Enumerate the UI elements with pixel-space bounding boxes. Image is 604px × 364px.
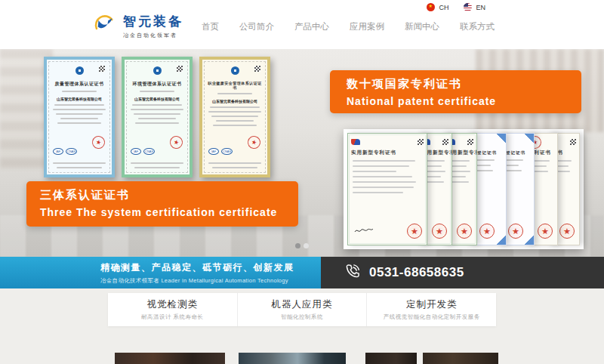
banner-title: 数十项国家专利证书 — [347, 77, 581, 91]
certificate-group: 质量管理体系认证证书 山东智元装备科技有限公司 IAF CNAS 环境管理体系认… — [44, 57, 270, 177]
lang-en-label: EN — [476, 4, 485, 11]
patent-certificates-card: 实用新型专利证书 实用新型专利证书 — [344, 129, 584, 249]
category-desc: 产线视觉智能化自动化定制开发服务 — [367, 313, 496, 321]
banner-subtitle: Three The system certification certifica… — [40, 206, 298, 218]
slogan-text: 精确测量、产品稳定、砥节砺行、创新发展 — [100, 261, 321, 274]
subslogan-text: 冶金自动化技术领军者 Leader in Metallurgical Autom… — [100, 277, 321, 285]
carousel-dot-2[interactable] — [304, 243, 309, 248]
cnas-badge: CNAS — [221, 148, 233, 155]
qr-code-icon — [418, 139, 424, 145]
slogan-panel: 精确测量、产品稳定、砥节砺行、创新发展 冶金自动化技术领军者 Leader in… — [0, 257, 321, 288]
banner-subtitle: National patent certificate — [347, 95, 581, 107]
category-desc: 耐高温设计 系统寿命长 — [108, 313, 237, 321]
carousel-dot-1[interactable] — [295, 243, 300, 248]
logo-tagline: 冶金自动化领军者 — [123, 32, 183, 39]
emblem-icon — [231, 66, 239, 75]
certificate-company: 山东智元装备科技有限公司 — [51, 97, 107, 101]
red-seal-icon — [559, 224, 575, 239]
category-title: 视觉检测类 — [108, 298, 237, 311]
header: 智元装备 冶金自动化领军者 CH EN 首页 公司简介 产品中心 应用案例 新闻… — [0, 0, 604, 49]
certificate-title: 质量管理体系认证证书 — [51, 81, 107, 88]
iaf-badge: IAF — [131, 148, 141, 155]
page: 智元装备 冶金自动化领军者 CH EN 首页 公司简介 产品中心 应用案例 新闻… — [0, 0, 604, 364]
signature — [354, 224, 374, 237]
nav-item-news[interactable]: 新闻中心 — [405, 21, 439, 32]
category-desc: 智能化控制系统 — [238, 313, 367, 321]
hero-slider: 质量管理体系认证证书 山东智元装备科技有限公司 IAF CNAS 环境管理体系认… — [0, 49, 604, 257]
category-strip: 视觉检测类 耐高温设计 系统寿命长 机器人应用类 智能化控制系统 定制开发类 产… — [108, 293, 496, 326]
qr-code-icon — [177, 66, 183, 72]
lang-ch[interactable]: CH — [427, 3, 448, 11]
emblem-icon — [76, 66, 84, 75]
category-title: 机器人应用类 — [238, 298, 367, 311]
product-photo — [115, 353, 225, 364]
lang-en[interactable]: EN — [464, 3, 485, 11]
qr-code-icon — [467, 139, 473, 145]
red-seal-icon — [457, 224, 472, 239]
accreditation-badges: IAF CNAS — [53, 148, 77, 155]
patent-certificate: 实用新型专利证书 — [347, 133, 427, 245]
phone-number: 0531-68658635 — [369, 265, 464, 280]
category-title: 定制开发类 — [367, 298, 496, 311]
china-flag-icon — [427, 3, 435, 11]
emblem-icon — [153, 66, 162, 75]
red-star-seal-icon — [479, 224, 495, 239]
main-nav: 首页 公司简介 产品中心 应用案例 新闻中心 联系方式 — [202, 21, 495, 32]
logo[interactable]: 智元装备 冶金自动化领军者 — [92, 11, 183, 40]
certificate-company: 山东智元装备科技有限公司 — [207, 99, 263, 103]
product-photo — [365, 353, 417, 364]
patent-title: 实用新型专利证书 — [351, 150, 424, 156]
red-seal-icon — [538, 224, 553, 239]
product-photo — [423, 353, 498, 364]
nav-item-home[interactable]: 首页 — [202, 21, 219, 32]
red-seal-icon — [407, 224, 422, 239]
iaf-badge: IAF — [53, 148, 63, 155]
certificate-title: 环境管理体系认证证书 — [129, 81, 185, 88]
accreditation-badges: IAF CNAS — [208, 148, 233, 155]
red-star-seal-icon — [508, 224, 523, 239]
carousel-dots — [295, 243, 309, 248]
nav-item-contact[interactable]: 联系方式 — [460, 21, 495, 32]
nav-item-products[interactable]: 产品中心 — [294, 21, 329, 32]
qr-code-icon — [99, 66, 105, 72]
language-switcher: CH EN — [427, 3, 485, 11]
banner-national-patent: 数十项国家专利证书 National patent certificate — [330, 70, 581, 113]
red-seal-icon — [168, 134, 183, 150]
banner-system-certification: 三体系认证证书 Three The system certification c… — [26, 181, 298, 227]
lang-ch-label: CH — [439, 4, 448, 11]
certificate-quality: 质量管理体系认证证书 山东智元装备科技有限公司 IAF CNAS — [44, 57, 115, 177]
accreditation-badges: IAF CNAS — [131, 148, 155, 155]
product-photo — [239, 353, 346, 364]
certificate-company: 山东智元装备科技有限公司 — [129, 97, 185, 101]
category-custom[interactable]: 定制开发类 产线视觉智能化自动化定制开发服务 — [366, 293, 496, 326]
nav-item-cases[interactable]: 应用案例 — [350, 21, 384, 32]
nav-item-about[interactable]: 公司简介 — [239, 21, 274, 32]
qr-code-icon — [254, 66, 260, 72]
logo-title: 智元装备 — [123, 13, 183, 30]
qr-code-icon — [570, 139, 576, 145]
category-vision[interactable]: 视觉检测类 耐高温设计 系统寿命长 — [108, 293, 237, 326]
certificate-title: 职业健康安全管理体系认证证书 — [207, 81, 263, 90]
red-seal-icon — [432, 224, 447, 239]
logo-bird-icon — [92, 11, 118, 40]
red-seal-icon — [91, 134, 106, 150]
us-flag-icon — [464, 3, 472, 11]
certificate-safety: 职业健康安全管理体系认证证书 山东智元装备科技有限公司 IAF CNAS — [199, 57, 270, 177]
cnas-badge: CNAS — [143, 148, 155, 155]
cnas-badge: CNAS — [66, 148, 77, 155]
info-bar: 精确测量、产品稳定、砥节砺行、创新发展 冶金自动化技术领军者 Leader in… — [0, 257, 604, 288]
cnipa-logo-icon — [351, 139, 360, 145]
banner-title: 三体系认证证书 — [40, 188, 298, 202]
qr-code-icon — [442, 139, 448, 145]
iaf-badge: IAF — [208, 148, 219, 155]
certificate-environment: 环境管理体系认证证书 山东智元装备科技有限公司 IAF CNAS — [122, 57, 193, 177]
category-robot[interactable]: 机器人应用类 智能化控制系统 — [237, 293, 367, 326]
phone-panel: 0531-68658635 — [321, 257, 604, 288]
phone-icon — [344, 263, 361, 283]
logo-text: 智元装备 冶金自动化领军者 — [123, 13, 183, 39]
red-seal-icon — [246, 134, 261, 150]
